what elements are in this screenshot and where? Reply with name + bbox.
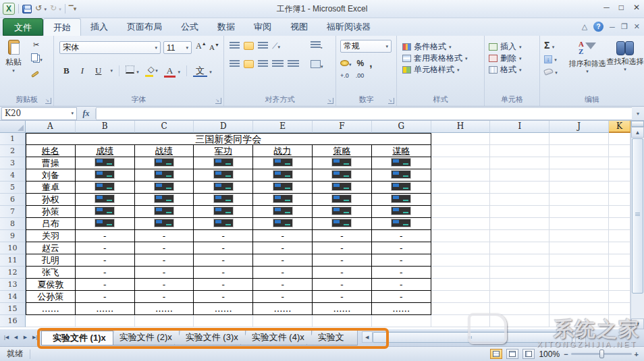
row-header-5[interactable]: 5 [0,182,26,194]
cell-F12[interactable]: - [313,267,372,279]
cell-B10[interactable]: - [76,242,135,254]
expand-formula-bar-icon[interactable]: ▾ [632,111,644,117]
workbook-close-icon[interactable]: ✕ [634,22,640,31]
cell-I8[interactable] [490,218,549,230]
cell-K11[interactable] [609,254,630,267]
dialog-launcher-icon[interactable]: ↘ [327,98,333,104]
paste-button[interactable]: 粘贴 ▾ [5,40,22,73]
cell-K4[interactable] [609,169,630,182]
styles-item-2[interactable]: 单元格样式▾ [402,64,468,76]
cell-D3[interactable] [194,157,253,169]
cell-C13[interactable]: - [135,279,194,291]
cell-A6[interactable]: 孙权 [26,194,76,206]
phonetic-button[interactable]: 文 ▾ [193,65,212,77]
cell-A5[interactable]: 董卓 [26,182,76,194]
row-header-16[interactable]: 16 [0,315,26,327]
cell-J2[interactable] [549,145,609,157]
cell-D4[interactable] [194,169,253,182]
cell-G12[interactable]: - [372,267,431,279]
cell-title-merged[interactable]: 三国新委同学会 [26,133,431,145]
cell-B6[interactable] [76,194,135,206]
sheet-tab-1[interactable]: 实验文件 (1)x [41,331,113,345]
row-header-7[interactable]: 7 [0,206,26,218]
cell-K15[interactable] [609,303,630,315]
cell-F8[interactable] [313,218,372,230]
cell-J13[interactable] [549,279,609,291]
cell-E6[interactable] [253,194,313,206]
scroll-left-icon[interactable]: ◀ [362,331,373,343]
cell-E16[interactable] [253,315,313,327]
copy-button[interactable]: ▾ [31,53,43,63]
column-header-F[interactable]: F [313,121,372,133]
maximize-button[interactable]: □ [619,3,624,12]
cell-E15[interactable]: …… [253,303,313,315]
cell-A16[interactable] [26,315,76,327]
column-header-K[interactable]: K [609,121,630,133]
page-layout-view-button[interactable] [506,349,518,359]
borders-button[interactable]: ▾ [126,65,139,76]
increase-decimal-button[interactable]: +.0 [340,72,349,79]
cell-A3[interactable]: 曹操 [26,157,76,169]
scrollbar-thumb[interactable] [632,138,643,294]
cell-D11[interactable]: - [194,254,253,267]
cell-C2[interactable]: 战绩 [135,145,194,157]
decrease-decimal-button[interactable]: .00 [356,72,365,79]
cell-C4[interactable] [135,169,194,182]
cell-E4[interactable] [253,169,313,182]
select-all-button[interactable] [0,121,26,133]
cell-B15[interactable]: …… [76,303,135,315]
cell-J12[interactable] [549,267,609,279]
cells-item-0[interactable]: 插入▾ [489,41,522,53]
ribbon-tab-页面布局[interactable]: 页面布局 [117,18,171,36]
cell-E11[interactable]: - [253,254,313,267]
cell-A7[interactable]: 孙策 [26,206,76,218]
row-header-11[interactable]: 11 [0,254,26,267]
column-header-E[interactable]: E [253,121,313,133]
cell-B12[interactable]: - [76,267,135,279]
cell-E14[interactable]: - [253,291,313,303]
align-center-button[interactable] [244,60,254,68]
ribbon-tab-审阅[interactable]: 审阅 [244,18,281,36]
cell-F6[interactable] [313,194,372,206]
cell-D7[interactable] [194,206,253,218]
cell-D16[interactable] [194,315,253,327]
format-painter-button[interactable] [31,68,39,78]
cells-item-1[interactable]: 删除▾ [489,53,522,64]
column-header-I[interactable]: I [490,121,549,133]
align-bottom-button[interactable] [258,42,268,50]
cell-I16[interactable] [490,315,549,327]
cell-I2[interactable] [490,145,549,157]
comma-style-button[interactable]: , [369,57,372,69]
cell-G5[interactable] [372,182,431,194]
row-header-12[interactable]: 12 [0,267,26,279]
collapse-ribbon-icon[interactable]: △ [582,22,587,31]
scrollbar-thumb[interactable] [373,332,572,343]
cell-F16[interactable] [313,315,372,327]
cell-K7[interactable] [609,206,630,218]
zoom-slider-handle[interactable] [599,350,604,358]
row-header-1[interactable]: 1 [0,133,26,145]
zoom-in-button[interactable]: + [635,350,639,358]
cell-H13[interactable] [431,279,491,291]
cell-C11[interactable]: - [135,254,194,267]
bold-button[interactable]: B [61,65,72,76]
cell-H7[interactable] [431,206,491,218]
cell-J3[interactable] [549,157,609,169]
cell-H10[interactable] [431,242,491,254]
cell-C7[interactable] [135,206,194,218]
cell-I14[interactable] [490,291,549,303]
cell-F13[interactable]: - [313,279,372,291]
cell-G2[interactable]: 谋略 [372,145,431,157]
name-box[interactable]: K20▾ [1,107,77,120]
cell-H11[interactable] [431,254,491,267]
underline-button[interactable]: U [92,65,104,76]
minimize-button[interactable]: ─ [603,3,610,12]
cell-G14[interactable]: - [372,291,431,303]
font-size-select[interactable]: 11▾ [163,41,192,54]
cells-item-2[interactable]: 格式▾ [489,64,522,76]
dialog-launcher-icon[interactable]: ↘ [215,98,221,104]
cell-K2[interactable] [609,145,630,157]
increase-indent-button[interactable] [288,60,299,68]
first-sheet-icon[interactable]: |◀ [2,332,11,342]
cell-J8[interactable] [549,218,609,230]
